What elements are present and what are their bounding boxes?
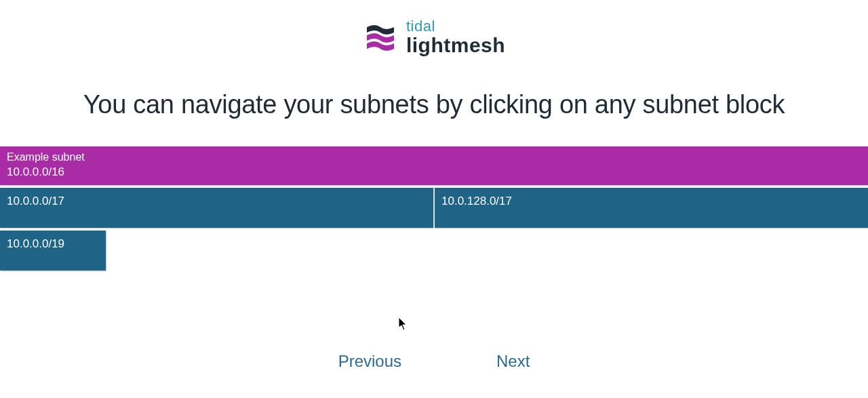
- nav-previous[interactable]: Previous: [338, 352, 401, 371]
- nav-next[interactable]: Next: [496, 352, 530, 371]
- subnet-level-1: Example subnet 10.0.0.0/16: [0, 146, 868, 185]
- brand-top-text: tidal: [406, 19, 505, 34]
- subnet-level-3: 10.0.0.0/19: [0, 231, 868, 271]
- cursor-icon: [399, 317, 408, 334]
- subnet-cidr: 10.0.0.0/17: [7, 194, 64, 209]
- subnet-cidr: 10.0.0.0/16: [7, 165, 861, 180]
- brand-text: tidal lightmesh: [406, 19, 505, 56]
- subnet-block-child[interactable]: 10.0.128.0/17: [435, 188, 868, 228]
- nav-row: Previous Next: [0, 352, 868, 371]
- brand-bottom-text: lightmesh: [406, 34, 505, 56]
- subnet-block-child[interactable]: 10.0.0.0/19: [0, 231, 106, 271]
- subnet-block-parent[interactable]: Example subnet 10.0.0.0/16: [0, 146, 868, 185]
- instruction-text: You can navigate your subnets by clickin…: [0, 90, 868, 119]
- brand-mark-icon: [363, 20, 398, 56]
- subnet-cidr: 10.0.0.0/19: [7, 237, 64, 252]
- brand-logo: tidal lightmesh: [363, 19, 505, 56]
- subnet-cidr: 10.0.128.0/17: [441, 194, 512, 209]
- subnet-name: Example subnet: [7, 151, 861, 165]
- subnet-level-2: 10.0.0.0/17 10.0.128.0/17: [0, 188, 868, 228]
- subnet-block-child[interactable]: 10.0.0.0/17: [0, 188, 433, 228]
- app-header: tidal lightmesh: [0, 0, 868, 70]
